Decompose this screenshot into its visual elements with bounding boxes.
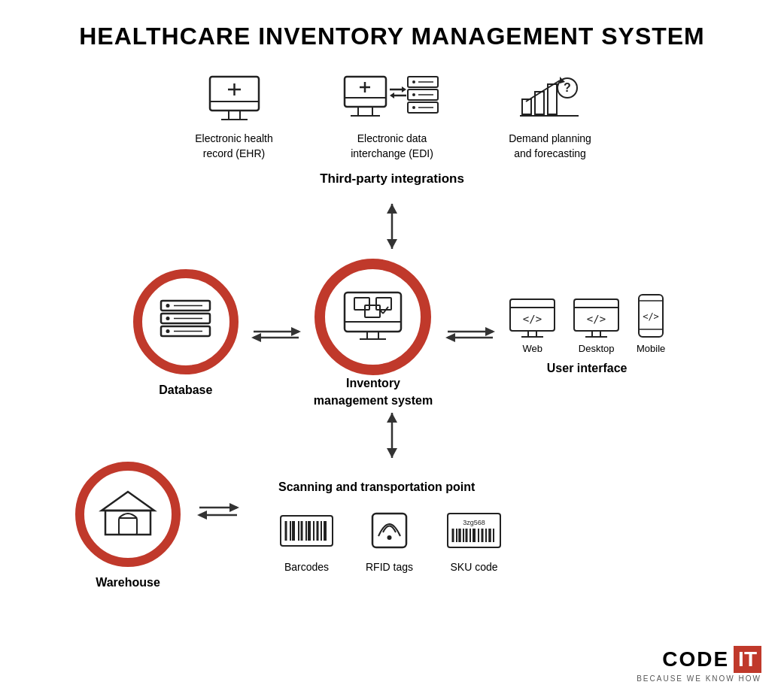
top-arrow bbox=[30, 200, 754, 253]
ims-icon bbox=[341, 289, 405, 345]
barcodes-label: Barcodes bbox=[284, 561, 329, 573]
svg-marker-36 bbox=[387, 204, 397, 214]
top-section: Electronic health record (EHR) bbox=[178, 73, 606, 186]
svg-rect-51 bbox=[345, 292, 401, 332]
mobile-label: Mobile bbox=[637, 343, 665, 354]
svg-rect-103 bbox=[372, 514, 406, 547]
mid-bot-arrow-icon bbox=[381, 409, 403, 462]
svg-line-30 bbox=[526, 80, 560, 102]
diagram: Electronic health record (EHR) bbox=[30, 73, 754, 591]
page-title: HEALTHCARE INVENTORY MANAGEMENT SYSTEM bbox=[30, 23, 754, 50]
edi-icon bbox=[343, 73, 441, 126]
middle-row: Database bbox=[30, 259, 754, 409]
svg-marker-37 bbox=[387, 239, 397, 249]
rfid-item: RFID tags bbox=[365, 506, 414, 573]
mobile-item: </> Mobile bbox=[636, 293, 666, 354]
web-item: </> Web bbox=[508, 297, 557, 354]
svg-marker-83 bbox=[387, 448, 397, 458]
web-icon: </> bbox=[508, 297, 557, 338]
brand-tagline: BECAUSE WE KNOW HOW bbox=[637, 674, 761, 683]
svg-marker-82 bbox=[387, 413, 397, 423]
integration-icons: Electronic health record (EHR) bbox=[178, 73, 606, 161]
svg-text:</>: </> bbox=[587, 313, 606, 325]
db-ims-arrow-icon bbox=[250, 323, 302, 345]
svg-point-41 bbox=[166, 304, 170, 308]
ims-ui-arrow bbox=[444, 323, 497, 345]
ui-group: </> Web </> Des bbox=[508, 293, 666, 375]
demand-item: ? Demand planning and forecasting bbox=[494, 73, 606, 161]
mid-bot-arrow bbox=[381, 409, 403, 462]
ehr-icon bbox=[206, 73, 263, 126]
scanning-label: Scanning and transportation point bbox=[278, 480, 475, 494]
desktop-item: </> Desktop bbox=[572, 297, 621, 354]
ims-column: Inventory management system bbox=[314, 259, 433, 409]
svg-point-42 bbox=[166, 317, 170, 320]
database-icon bbox=[157, 297, 214, 346]
svg-marker-62 bbox=[485, 327, 495, 336]
svg-text:3zg568: 3zg568 bbox=[463, 519, 485, 526]
svg-rect-58 bbox=[365, 305, 380, 317]
svg-marker-88 bbox=[229, 503, 239, 512]
svg-text:?: ? bbox=[564, 81, 571, 94]
sku-label: SKU code bbox=[450, 561, 497, 573]
rfid-icon bbox=[365, 506, 414, 555]
svg-marker-64 bbox=[445, 333, 455, 342]
bottom-arrow-container bbox=[30, 409, 754, 462]
ehr-item: Electronic health record (EHR) bbox=[178, 73, 290, 161]
web-label: Web bbox=[522, 343, 542, 354]
svg-rect-56 bbox=[354, 298, 369, 310]
svg-rect-57 bbox=[376, 298, 391, 310]
bottom-row: Warehouse Scanning and transportation po… bbox=[30, 462, 754, 591]
sku-icon: 3zg568 bbox=[444, 506, 504, 555]
svg-rect-29 bbox=[548, 84, 557, 114]
third-party-label: Third-party integrations bbox=[320, 171, 464, 186]
svg-point-104 bbox=[387, 535, 392, 540]
svg-text:</>: </> bbox=[643, 311, 659, 322]
top-vert-arrow-icon bbox=[381, 200, 403, 253]
barcode-item: Barcodes bbox=[278, 514, 335, 573]
warehouse-circle bbox=[75, 462, 181, 567]
page: HEALTHCARE INVENTORY MANAGEMENT SYSTEM bbox=[0, 0, 784, 694]
barcode-icon bbox=[278, 514, 335, 555]
svg-rect-86 bbox=[119, 518, 137, 535]
demand-icon: ? bbox=[518, 73, 582, 126]
warehouse-scan-arrow bbox=[196, 500, 241, 523]
database-circle bbox=[133, 269, 239, 374]
svg-point-22 bbox=[412, 93, 415, 96]
warehouse-group: Warehouse bbox=[75, 462, 181, 591]
edi-item: Electronic data interchange (EDI) bbox=[336, 73, 448, 161]
svg-text:</>: </> bbox=[523, 313, 542, 325]
mobile-icon: </> bbox=[636, 293, 666, 338]
database-group: Database bbox=[133, 269, 239, 399]
svg-point-21 bbox=[412, 80, 415, 83]
brand-it-text: IT bbox=[734, 646, 761, 673]
rfid-label: RFID tags bbox=[366, 561, 413, 573]
scanning-icons: Barcodes RFID tags bbox=[278, 506, 504, 573]
ui-icons-row: </> Web </> Des bbox=[508, 293, 666, 354]
demand-label: Demand planning and forecasting bbox=[509, 132, 591, 161]
ims-circle bbox=[315, 259, 431, 375]
svg-marker-15 bbox=[402, 86, 406, 92]
edi-label: Electronic data interchange (EDI) bbox=[351, 132, 433, 161]
svg-marker-48 bbox=[291, 327, 301, 336]
warehouse-label: Warehouse bbox=[96, 574, 160, 591]
warehouse-icon bbox=[98, 488, 158, 541]
db-ims-arrow bbox=[250, 323, 302, 345]
desktop-label: Desktop bbox=[579, 343, 615, 354]
scanning-group: Scanning and transportation point bbox=[278, 480, 504, 573]
ims-label: Inventory management system bbox=[314, 375, 433, 409]
ehr-label: Electronic health record (EHR) bbox=[195, 132, 273, 161]
ui-group-label: User interface bbox=[547, 362, 628, 375]
sku-item: 3zg568 bbox=[444, 506, 504, 573]
svg-marker-17 bbox=[390, 92, 394, 98]
desktop-icon: </> bbox=[572, 297, 621, 338]
svg-point-23 bbox=[412, 106, 415, 109]
svg-point-43 bbox=[166, 329, 170, 333]
warehouse-scan-arrow-icon bbox=[196, 500, 241, 523]
branding: CODE IT BECAUSE WE KNOW HOW bbox=[637, 646, 761, 683]
brand-code-text: CODE bbox=[662, 649, 729, 670]
ims-ui-arrow-icon bbox=[444, 323, 497, 345]
svg-marker-90 bbox=[197, 511, 207, 520]
svg-marker-84 bbox=[102, 492, 154, 511]
svg-marker-50 bbox=[251, 333, 261, 342]
